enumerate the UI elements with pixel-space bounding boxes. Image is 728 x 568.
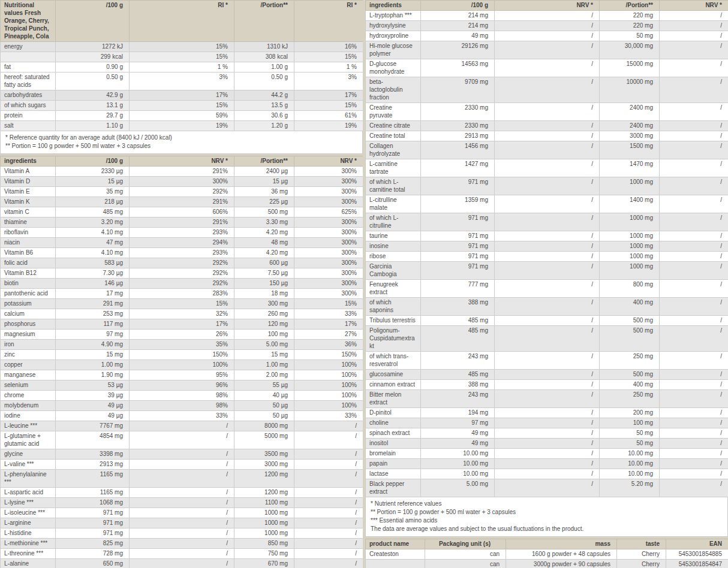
column-header-ingredients: ingredients (1, 156, 56, 167)
value-nrv: / (495, 370, 600, 380)
value-nrv: / (130, 498, 234, 508)
value-per-100g: 971 mg (421, 262, 495, 280)
value-nrv: 15% (130, 52, 234, 62)
value-nrv: / (130, 559, 234, 568)
value-per-portion: 1470 mg (600, 159, 660, 177)
table-row: hydroxylysine 214 mg / 220 mg / (366, 21, 728, 31)
value-per-100g: 10.00 mg (421, 459, 495, 469)
row-label: of which L-citrulline (366, 213, 421, 231)
value-portion-nrv: 300% (294, 279, 363, 289)
table-row: glycine 3398 mg / 3500 mg / (1, 449, 363, 460)
value-nrv: 292% (130, 187, 234, 197)
table-row: D-pinitol 194 mg / 200 mg / (366, 408, 728, 418)
value-per-100g: 14563 mg (421, 59, 495, 77)
packaging-cell: can (425, 549, 506, 560)
value-portion-nrv: / (294, 488, 363, 498)
table-row: choline 97 mg / 100 mg / (366, 418, 728, 428)
value-per-portion: 13.5 g (234, 101, 294, 111)
value-per-100g: 971 mg (421, 177, 495, 195)
value-per-100g: 15 mg (56, 350, 130, 360)
column-header-ean: EAN (666, 539, 728, 549)
value-portion-nrv: 300% (294, 217, 363, 228)
value-per-100g: 49 mg (421, 31, 495, 41)
row-label: folic acid (1, 258, 56, 268)
row-label: energy (1, 42, 56, 52)
row-label: choline (366, 418, 421, 428)
value-nrv: / (495, 316, 600, 326)
table-row: biotin 146 µg 292% 150 µg 300% (1, 279, 363, 289)
row-label: Poligonum-Cuspidatumextrakt (366, 326, 421, 352)
left-column: Nutritional values Fresh Orange, Cherry,… (0, 0, 363, 568)
value-per-100g: 49 µg (56, 411, 130, 421)
row-label: potassium (1, 299, 56, 309)
table-row: of which saponins 388 mg / 400 mg / (366, 298, 728, 316)
row-label (1, 52, 56, 62)
value-per-100g: 2913 mg (56, 460, 130, 470)
value-per-100g: 4.10 mg (56, 248, 130, 258)
column-header-ingredients: ingredients (366, 1, 421, 11)
value-portion-nrv: 300% (294, 289, 363, 299)
value-nrv: / (130, 549, 234, 559)
value-nrv: 293% (130, 248, 234, 258)
value-per-portion: 1.00 g (234, 62, 294, 72)
value-per-100g: 15 µg (56, 177, 130, 187)
column-header-portion: /Portion** (234, 1, 294, 42)
ingredients-footnotes: * Nutrient reference values ** Portion =… (365, 497, 728, 537)
value-per-portion: 1500 mg (600, 141, 660, 159)
column-header-nrv: NRV * (130, 156, 234, 167)
table-row: pantothenic acid 17 mg 283% 18 mg 300% (1, 289, 363, 299)
table-row: riboflavin 4.10 mg 293% 4.20 mg 300% (1, 228, 363, 238)
value-per-100g: 1272 kJ (56, 42, 130, 52)
value-per-100g: 4.10 mg (56, 228, 130, 238)
value-per-portion: 48 mg (234, 238, 294, 248)
value-nrv: / (130, 470, 234, 488)
value-portion-nrv: / (660, 428, 728, 439)
value-per-100g: 971 mg (421, 231, 495, 241)
row-label: salt (1, 121, 56, 131)
value-per-100g: 97 mg (56, 330, 130, 340)
value-nrv: / (495, 449, 600, 459)
value-nrv: / (495, 77, 600, 103)
row-label: L-citrulline malate (366, 195, 421, 213)
value-per-100g: 1.90 mg (56, 370, 130, 380)
table-row: Collagen hydrolyzate 1456 mg / 1500 mg / (366, 141, 728, 159)
value-portion-nrv: / (294, 431, 363, 449)
value-portion-nrv: / (660, 408, 728, 418)
value-per-100g: 1359 mg (421, 195, 495, 213)
value-portion-nrv: 100% (294, 380, 363, 391)
value-per-portion: 8000 mg (234, 421, 294, 431)
value-portion-nrv: / (294, 460, 363, 470)
row-label: Creatine citrate (366, 121, 421, 131)
row-label: ribose (366, 252, 421, 262)
value-per-100g: 7.30 µg (56, 268, 130, 279)
value-nrv: / (495, 141, 600, 159)
value-per-portion: 220 mg (600, 21, 660, 31)
row-label: L-lysine *** (1, 498, 56, 508)
table-row: zinc 15 mg 150% 15 mg 150% (1, 350, 363, 360)
value-portion-nrv: 300% (294, 268, 363, 279)
value-per-100g: 971 mg (56, 518, 130, 528)
table-row: L-aspartic acid 1165 mg / 1200 mg / (1, 488, 363, 498)
taste-cell: Cherry (617, 560, 666, 568)
row-label: manganese (1, 370, 56, 380)
column-header-nrv-2: NRV * (294, 156, 363, 167)
value-per-portion: 100 mg (600, 418, 660, 428)
row-label: Bitter melon extract (366, 390, 421, 408)
table-row: chrome 39 µg 98% 40 µg 100% (1, 391, 363, 401)
value-per-100g: 146 µg (56, 279, 130, 289)
value-portion-nrv: 100% (294, 360, 363, 370)
value-portion-nrv: / (660, 11, 728, 21)
value-per-portion: 670 mg (234, 559, 294, 568)
table-row: magnesium 97 mg 26% 100 mg 27% (1, 330, 363, 340)
value-portion-nrv: / (294, 549, 363, 559)
value-portion-nrv: / (660, 31, 728, 41)
table-row: hereof: saturated fatty acids 0.50 g 3% … (1, 72, 363, 90)
table-row: Creatine pyruvate 2330 mg / 2400 mg / (366, 103, 728, 121)
value-per-100g: 4.90 mg (56, 340, 130, 350)
value-per-portion: 3.30 mg (234, 217, 294, 228)
table-row: iron 4.90 mg 35% 5.00 mg 36% (1, 340, 363, 350)
value-portion-nrv: / (660, 141, 728, 159)
row-label: Fenugreek extract (366, 280, 421, 298)
value-portion-nrv: / (660, 298, 728, 316)
value-portion-nrv: / (294, 518, 363, 528)
